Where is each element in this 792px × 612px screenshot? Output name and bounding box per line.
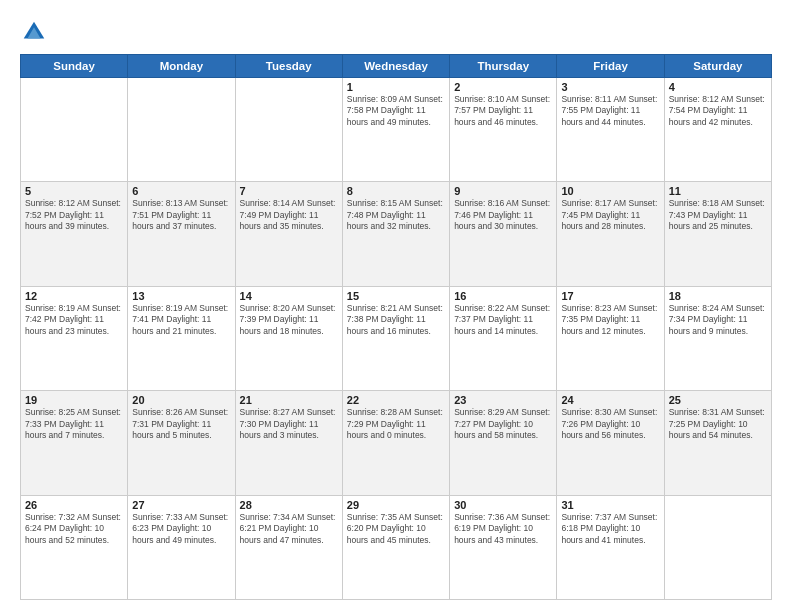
calendar-cell: 9Sunrise: 8:16 AM Sunset: 7:46 PM Daylig… xyxy=(450,182,557,286)
day-number: 13 xyxy=(132,290,230,302)
day-number: 6 xyxy=(132,185,230,197)
day-info: Sunrise: 8:19 AM Sunset: 7:41 PM Dayligh… xyxy=(132,303,230,337)
calendar-cell xyxy=(235,78,342,182)
day-number: 16 xyxy=(454,290,552,302)
calendar-cell: 24Sunrise: 8:30 AM Sunset: 7:26 PM Dayli… xyxy=(557,391,664,495)
day-number: 4 xyxy=(669,81,767,93)
day-number: 12 xyxy=(25,290,123,302)
calendar-cell: 30Sunrise: 7:36 AM Sunset: 6:19 PM Dayli… xyxy=(450,495,557,599)
column-header-thursday: Thursday xyxy=(450,55,557,78)
calendar-cell: 7Sunrise: 8:14 AM Sunset: 7:49 PM Daylig… xyxy=(235,182,342,286)
day-number: 2 xyxy=(454,81,552,93)
column-header-wednesday: Wednesday xyxy=(342,55,449,78)
calendar-cell: 21Sunrise: 8:27 AM Sunset: 7:30 PM Dayli… xyxy=(235,391,342,495)
calendar-week-2: 12Sunrise: 8:19 AM Sunset: 7:42 PM Dayli… xyxy=(21,286,772,390)
calendar-cell: 13Sunrise: 8:19 AM Sunset: 7:41 PM Dayli… xyxy=(128,286,235,390)
calendar-table: SundayMondayTuesdayWednesdayThursdayFrid… xyxy=(20,54,772,600)
day-info: Sunrise: 8:26 AM Sunset: 7:31 PM Dayligh… xyxy=(132,407,230,441)
day-info: Sunrise: 8:27 AM Sunset: 7:30 PM Dayligh… xyxy=(240,407,338,441)
day-info: Sunrise: 8:29 AM Sunset: 7:27 PM Dayligh… xyxy=(454,407,552,441)
calendar-cell: 20Sunrise: 8:26 AM Sunset: 7:31 PM Dayli… xyxy=(128,391,235,495)
column-header-friday: Friday xyxy=(557,55,664,78)
day-number: 20 xyxy=(132,394,230,406)
column-header-monday: Monday xyxy=(128,55,235,78)
day-number: 17 xyxy=(561,290,659,302)
day-number: 31 xyxy=(561,499,659,511)
calendar-cell: 12Sunrise: 8:19 AM Sunset: 7:42 PM Dayli… xyxy=(21,286,128,390)
calendar-week-1: 5Sunrise: 8:12 AM Sunset: 7:52 PM Daylig… xyxy=(21,182,772,286)
logo-icon xyxy=(20,18,48,46)
day-number: 9 xyxy=(454,185,552,197)
column-header-sunday: Sunday xyxy=(21,55,128,78)
day-info: Sunrise: 8:18 AM Sunset: 7:43 PM Dayligh… xyxy=(669,198,767,232)
day-number: 1 xyxy=(347,81,445,93)
calendar-cell: 19Sunrise: 8:25 AM Sunset: 7:33 PM Dayli… xyxy=(21,391,128,495)
day-number: 3 xyxy=(561,81,659,93)
logo xyxy=(20,18,52,46)
column-header-saturday: Saturday xyxy=(664,55,771,78)
calendar-week-4: 26Sunrise: 7:32 AM Sunset: 6:24 PM Dayli… xyxy=(21,495,772,599)
day-info: Sunrise: 8:12 AM Sunset: 7:52 PM Dayligh… xyxy=(25,198,123,232)
day-info: Sunrise: 7:33 AM Sunset: 6:23 PM Dayligh… xyxy=(132,512,230,546)
calendar-cell: 18Sunrise: 8:24 AM Sunset: 7:34 PM Dayli… xyxy=(664,286,771,390)
day-info: Sunrise: 8:10 AM Sunset: 7:57 PM Dayligh… xyxy=(454,94,552,128)
day-number: 5 xyxy=(25,185,123,197)
day-number: 19 xyxy=(25,394,123,406)
day-info: Sunrise: 8:25 AM Sunset: 7:33 PM Dayligh… xyxy=(25,407,123,441)
calendar-cell: 11Sunrise: 8:18 AM Sunset: 7:43 PM Dayli… xyxy=(664,182,771,286)
calendar-week-0: 1Sunrise: 8:09 AM Sunset: 7:58 PM Daylig… xyxy=(21,78,772,182)
calendar-cell: 25Sunrise: 8:31 AM Sunset: 7:25 PM Dayli… xyxy=(664,391,771,495)
calendar-header-row: SundayMondayTuesdayWednesdayThursdayFrid… xyxy=(21,55,772,78)
day-number: 15 xyxy=(347,290,445,302)
day-number: 7 xyxy=(240,185,338,197)
day-number: 11 xyxy=(669,185,767,197)
calendar-cell: 16Sunrise: 8:22 AM Sunset: 7:37 PM Dayli… xyxy=(450,286,557,390)
calendar-cell: 14Sunrise: 8:20 AM Sunset: 7:39 PM Dayli… xyxy=(235,286,342,390)
calendar-cell: 6Sunrise: 8:13 AM Sunset: 7:51 PM Daylig… xyxy=(128,182,235,286)
day-info: Sunrise: 8:11 AM Sunset: 7:55 PM Dayligh… xyxy=(561,94,659,128)
day-info: Sunrise: 8:17 AM Sunset: 7:45 PM Dayligh… xyxy=(561,198,659,232)
day-number: 8 xyxy=(347,185,445,197)
calendar-cell xyxy=(21,78,128,182)
calendar-cell: 31Sunrise: 7:37 AM Sunset: 6:18 PM Dayli… xyxy=(557,495,664,599)
day-number: 27 xyxy=(132,499,230,511)
day-info: Sunrise: 8:12 AM Sunset: 7:54 PM Dayligh… xyxy=(669,94,767,128)
day-info: Sunrise: 8:23 AM Sunset: 7:35 PM Dayligh… xyxy=(561,303,659,337)
day-info: Sunrise: 8:20 AM Sunset: 7:39 PM Dayligh… xyxy=(240,303,338,337)
day-number: 10 xyxy=(561,185,659,197)
day-number: 18 xyxy=(669,290,767,302)
day-number: 21 xyxy=(240,394,338,406)
day-number: 24 xyxy=(561,394,659,406)
day-info: Sunrise: 8:22 AM Sunset: 7:37 PM Dayligh… xyxy=(454,303,552,337)
column-header-tuesday: Tuesday xyxy=(235,55,342,78)
day-info: Sunrise: 8:14 AM Sunset: 7:49 PM Dayligh… xyxy=(240,198,338,232)
day-number: 14 xyxy=(240,290,338,302)
calendar-cell xyxy=(128,78,235,182)
day-info: Sunrise: 7:36 AM Sunset: 6:19 PM Dayligh… xyxy=(454,512,552,546)
day-info: Sunrise: 7:35 AM Sunset: 6:20 PM Dayligh… xyxy=(347,512,445,546)
calendar-cell: 8Sunrise: 8:15 AM Sunset: 7:48 PM Daylig… xyxy=(342,182,449,286)
day-number: 26 xyxy=(25,499,123,511)
calendar-week-3: 19Sunrise: 8:25 AM Sunset: 7:33 PM Dayli… xyxy=(21,391,772,495)
day-number: 28 xyxy=(240,499,338,511)
calendar-cell: 1Sunrise: 8:09 AM Sunset: 7:58 PM Daylig… xyxy=(342,78,449,182)
calendar-cell: 23Sunrise: 8:29 AM Sunset: 7:27 PM Dayli… xyxy=(450,391,557,495)
calendar-cell xyxy=(664,495,771,599)
calendar-cell: 17Sunrise: 8:23 AM Sunset: 7:35 PM Dayli… xyxy=(557,286,664,390)
calendar-cell: 4Sunrise: 8:12 AM Sunset: 7:54 PM Daylig… xyxy=(664,78,771,182)
day-number: 29 xyxy=(347,499,445,511)
calendar-cell: 29Sunrise: 7:35 AM Sunset: 6:20 PM Dayli… xyxy=(342,495,449,599)
calendar-cell: 26Sunrise: 7:32 AM Sunset: 6:24 PM Dayli… xyxy=(21,495,128,599)
day-info: Sunrise: 8:21 AM Sunset: 7:38 PM Dayligh… xyxy=(347,303,445,337)
day-number: 25 xyxy=(669,394,767,406)
day-info: Sunrise: 8:30 AM Sunset: 7:26 PM Dayligh… xyxy=(561,407,659,441)
day-info: Sunrise: 8:19 AM Sunset: 7:42 PM Dayligh… xyxy=(25,303,123,337)
day-number: 30 xyxy=(454,499,552,511)
day-number: 22 xyxy=(347,394,445,406)
day-info: Sunrise: 8:13 AM Sunset: 7:51 PM Dayligh… xyxy=(132,198,230,232)
day-number: 23 xyxy=(454,394,552,406)
calendar-cell: 28Sunrise: 7:34 AM Sunset: 6:21 PM Dayli… xyxy=(235,495,342,599)
day-info: Sunrise: 7:32 AM Sunset: 6:24 PM Dayligh… xyxy=(25,512,123,546)
header xyxy=(20,18,772,46)
day-info: Sunrise: 8:16 AM Sunset: 7:46 PM Dayligh… xyxy=(454,198,552,232)
